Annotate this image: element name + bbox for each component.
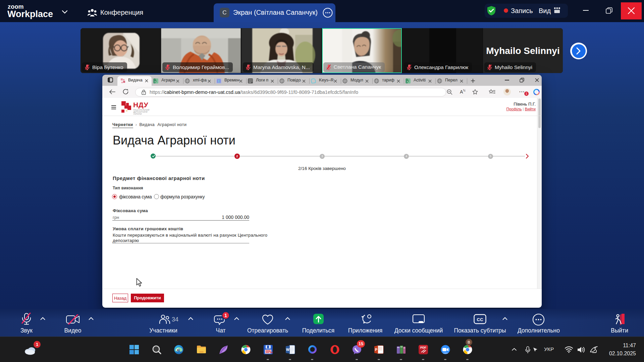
svg-text:P: P xyxy=(375,348,377,352)
svg-text:zoom: zoom xyxy=(443,352,448,354)
svg-text:CC: CC xyxy=(477,317,483,322)
svg-text:PDF: PDF xyxy=(420,346,427,349)
svg-text:W: W xyxy=(286,348,290,352)
svg-text:64: 64 xyxy=(270,351,273,354)
